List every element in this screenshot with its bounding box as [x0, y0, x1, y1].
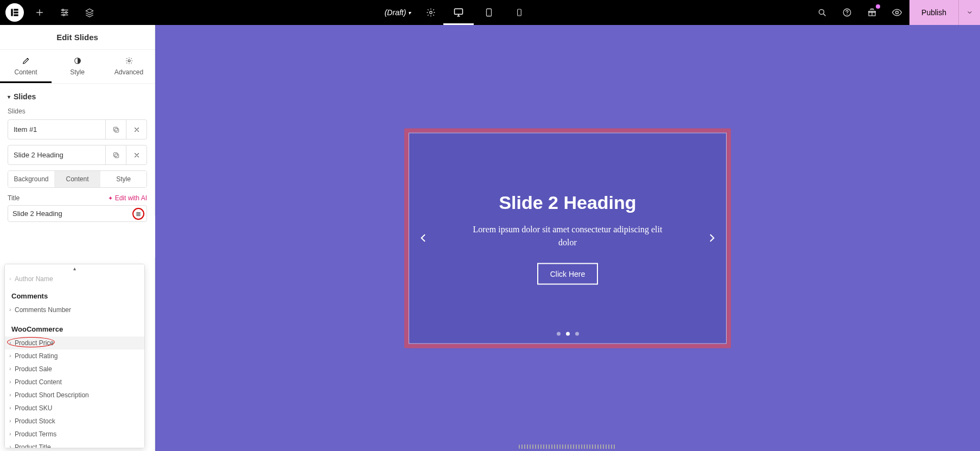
page-settings-button[interactable] [418, 0, 443, 25]
dropdown-group-title: Comments [5, 288, 144, 303]
title-label: Title [8, 194, 20, 202]
svg-rect-0 [11, 9, 12, 16]
slide-description[interactable]: Lorem ipsum dolor sit amet consectetur a… [470, 223, 665, 249]
remove-item-button[interactable] [126, 145, 147, 164]
gear-icon [125, 56, 133, 65]
svg-rect-2 [14, 11, 18, 13]
repeater-item-title: Item #1 [8, 120, 105, 139]
svg-point-7 [430, 11, 432, 14]
dropdown-item[interactable]: Product Stock [5, 415, 144, 428]
eye-icon [892, 7, 902, 18]
remove-item-button[interactable] [126, 120, 147, 139]
help-button[interactable] [835, 0, 860, 25]
finder-button[interactable] [810, 0, 835, 25]
database-icon: ≣ [136, 211, 141, 217]
slide: Slide 2 Heading Lorem ipsum dolor sit am… [409, 132, 727, 344]
inner-tab-style[interactable]: Style [100, 171, 147, 187]
contrast-icon [73, 56, 82, 65]
svg-point-5 [66, 12, 67, 14]
editor-canvas[interactable]: Slide 2 Heading Lorem ipsum dolor sit am… [155, 25, 980, 451]
tab-advanced[interactable]: Advanced [103, 50, 155, 83]
slides-widget-selected[interactable]: Slide 2 Heading Lorem ipsum dolor sit am… [404, 128, 731, 348]
duplicate-item-button[interactable] [105, 120, 126, 139]
slide-next-button[interactable] [701, 227, 723, 249]
svg-point-6 [63, 14, 65, 16]
slide-heading[interactable]: Slide 2 Heading [499, 192, 636, 213]
tab-style[interactable]: Style [52, 50, 103, 83]
dropdown-scroll-up[interactable]: ▴ [5, 264, 144, 272]
caret-down-icon: ▾ [8, 94, 10, 100]
svg-point-13 [819, 9, 824, 14]
top-bar-center: (Draft)▾ [377, 0, 535, 25]
gear-icon [426, 8, 436, 17]
layers-icon [85, 8, 94, 17]
tab-content[interactable]: Content [0, 50, 52, 83]
pagination-dot[interactable] [566, 332, 570, 335]
inner-tab-background[interactable]: Background [8, 171, 54, 187]
dropdown-item[interactable]: Product Short Description [5, 389, 144, 402]
dropdown-item[interactable]: Product Sale [5, 363, 144, 376]
desktop-icon [453, 7, 464, 18]
dynamic-tags-button[interactable]: ≣ [132, 208, 144, 220]
help-icon [842, 8, 852, 17]
copy-icon [112, 126, 120, 134]
dropdown-item[interactable]: Author Name [5, 272, 144, 285]
close-icon [133, 151, 141, 159]
responsive-desktop-button[interactable] [443, 0, 474, 25]
pagination-dot[interactable] [557, 332, 561, 335]
tablet-icon [484, 8, 494, 17]
add-element-button[interactable] [27, 0, 52, 25]
preview-button[interactable] [884, 0, 909, 25]
slide-cta-button[interactable]: Click Here [537, 263, 599, 284]
duplicate-item-button[interactable] [105, 145, 126, 164]
svg-rect-3 [14, 14, 18, 16]
publish-button[interactable]: Publish [909, 0, 958, 25]
repeater-item-title: Slide 2 Heading [8, 145, 105, 164]
title-input[interactable] [8, 205, 147, 222]
workspace: Edit Slides Content Style Advanced ▾ Sli… [0, 25, 980, 451]
dropdown-item[interactable]: Product SKU [5, 402, 144, 415]
notification-dot-icon [876, 4, 880, 9]
copy-icon [112, 151, 120, 159]
sliders-icon [60, 8, 69, 17]
publish-options-button[interactable] [958, 0, 980, 25]
structure-button[interactable] [77, 0, 102, 25]
elementor-logo[interactable] [5, 3, 24, 22]
mobile-icon [515, 8, 524, 17]
dropdown-item[interactable]: Product Content [5, 376, 144, 389]
svg-rect-20 [114, 128, 118, 132]
top-bar: (Draft)▾ Publish [0, 0, 980, 25]
svg-point-17 [896, 11, 899, 14]
dropdown-item[interactable]: Product Rating [5, 350, 144, 363]
slide-prev-button[interactable] [412, 227, 434, 249]
section-slides-toggle[interactable]: ▾ Slides [8, 84, 147, 107]
editor-panel: Edit Slides Content Style Advanced ▾ Sli… [0, 25, 155, 451]
whats-new-button[interactable] [860, 0, 884, 25]
svg-point-15 [847, 14, 848, 15]
svg-rect-21 [113, 127, 117, 131]
top-bar-left [0, 0, 102, 25]
panel-title: Edit Slides [0, 25, 155, 50]
repeater-item[interactable]: Slide 2 Heading [8, 145, 147, 165]
chevron-left-icon [418, 233, 429, 244]
dropdown-item[interactable]: Comments Number [5, 303, 144, 316]
pagination-dot[interactable] [575, 332, 579, 335]
edit-with-ai-link[interactable]: ✦Edit with AI [108, 194, 147, 202]
chevron-right-icon [707, 233, 717, 244]
chevron-down-icon: ▾ [408, 10, 411, 16]
svg-point-19 [128, 60, 130, 62]
responsive-tablet-button[interactable] [474, 0, 504, 25]
repeater-item[interactable]: Item #1 [8, 119, 147, 139]
slide-inner-tabs: Background Content Style [8, 170, 147, 188]
responsive-mobile-button[interactable] [504, 0, 534, 25]
plus-icon [35, 8, 44, 17]
dropdown-item[interactable]: Product Price [5, 336, 144, 350]
inner-tab-content[interactable]: Content [54, 171, 100, 187]
canvas-resize-handle[interactable] [519, 444, 616, 449]
site-settings-button[interactable] [52, 0, 77, 25]
dropdown-item[interactable]: Product Title [5, 441, 144, 448]
panel-tabs: Content Style Advanced [0, 50, 155, 84]
slide-pagination [409, 332, 726, 335]
dropdown-item[interactable]: Product Terms [5, 428, 144, 441]
document-status-dropdown[interactable]: (Draft)▾ [377, 0, 419, 25]
